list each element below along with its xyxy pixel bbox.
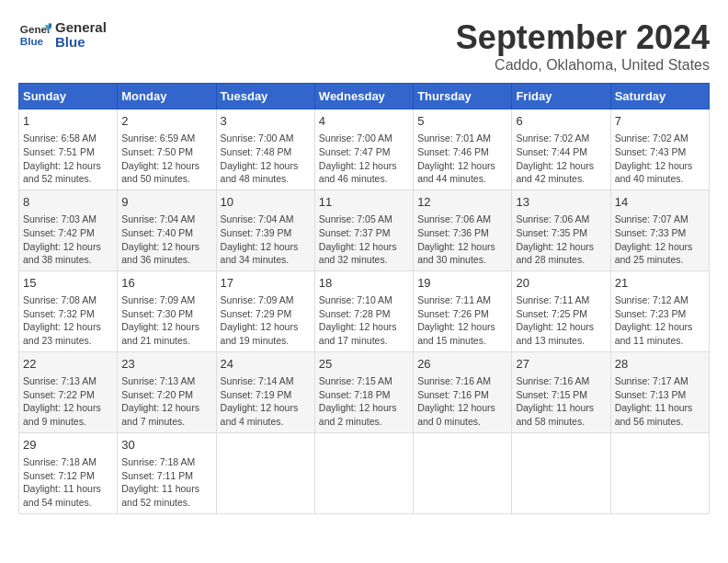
logo: General Blue General Blue xyxy=(18,18,107,52)
day-info: Sunrise: 7:14 AM Sunset: 7:19 PM Dayligh… xyxy=(221,374,311,429)
day-info: Sunrise: 7:11 AM Sunset: 7:26 PM Dayligh… xyxy=(417,293,507,348)
day-number: 15 xyxy=(23,275,113,292)
calendar-cell: 27Sunrise: 7:16 AM Sunset: 7:15 PM Dayli… xyxy=(512,351,610,432)
calendar-cell: 4Sunrise: 7:00 AM Sunset: 7:47 PM Daylig… xyxy=(314,109,413,190)
calendar-cell xyxy=(512,432,610,513)
calendar-cell: 14Sunrise: 7:07 AM Sunset: 7:33 PM Dayli… xyxy=(610,190,709,270)
day-number: 16 xyxy=(121,275,211,292)
calendar-week-row: 29Sunrise: 7:18 AM Sunset: 7:12 PM Dayli… xyxy=(19,432,710,513)
day-number: 20 xyxy=(516,275,606,292)
calendar-week-row: 1Sunrise: 6:58 AM Sunset: 7:51 PM Daylig… xyxy=(19,109,710,190)
day-number: 27 xyxy=(516,356,606,373)
day-info: Sunrise: 7:18 AM Sunset: 7:12 PM Dayligh… xyxy=(23,455,113,510)
day-info: Sunrise: 7:04 AM Sunset: 7:40 PM Dayligh… xyxy=(121,213,211,267)
day-number: 11 xyxy=(319,194,409,211)
day-info: Sunrise: 7:09 AM Sunset: 7:29 PM Dayligh… xyxy=(221,293,311,348)
svg-text:Blue: Blue xyxy=(20,35,44,47)
page-subtitle: Caddo, Oklahoma, United States xyxy=(456,57,710,74)
day-number: 29 xyxy=(23,437,113,454)
day-number: 24 xyxy=(221,356,311,373)
day-info: Sunrise: 7:01 AM Sunset: 7:46 PM Dayligh… xyxy=(417,132,507,186)
day-number: 3 xyxy=(221,113,311,130)
day-number: 23 xyxy=(121,356,211,373)
calendar-cell: 21Sunrise: 7:12 AM Sunset: 7:23 PM Dayli… xyxy=(610,270,709,351)
calendar-header-row: SundayMondayTuesdayWednesdayThursdayFrid… xyxy=(19,84,710,109)
calendar-cell: 22Sunrise: 7:13 AM Sunset: 7:22 PM Dayli… xyxy=(19,351,118,432)
column-header-sunday: Sunday xyxy=(19,84,118,109)
logo-icon: General Blue xyxy=(18,18,51,52)
day-number: 9 xyxy=(121,194,211,211)
day-info: Sunrise: 7:16 AM Sunset: 7:15 PM Dayligh… xyxy=(516,374,606,429)
logo-line1: General xyxy=(55,20,107,36)
day-number: 28 xyxy=(615,356,705,373)
calendar-cell: 19Sunrise: 7:11 AM Sunset: 7:26 PM Dayli… xyxy=(414,270,512,351)
day-info: Sunrise: 7:02 AM Sunset: 7:43 PM Dayligh… xyxy=(615,132,705,186)
day-info: Sunrise: 7:04 AM Sunset: 7:39 PM Dayligh… xyxy=(221,213,311,267)
day-number: 18 xyxy=(319,275,409,292)
column-header-wednesday: Wednesday xyxy=(314,84,413,109)
calendar-cell: 20Sunrise: 7:11 AM Sunset: 7:25 PM Dayli… xyxy=(512,270,610,351)
calendar-week-row: 15Sunrise: 7:08 AM Sunset: 7:32 PM Dayli… xyxy=(19,270,710,351)
svg-text:General: General xyxy=(20,23,51,35)
day-number: 5 xyxy=(417,113,507,130)
day-number: 10 xyxy=(221,194,311,211)
calendar-cell xyxy=(314,432,413,513)
day-info: Sunrise: 7:18 AM Sunset: 7:11 PM Dayligh… xyxy=(121,455,211,510)
calendar-table: SundayMondayTuesdayWednesdayThursdayFrid… xyxy=(18,83,710,514)
day-info: Sunrise: 7:00 AM Sunset: 7:47 PM Dayligh… xyxy=(319,132,409,186)
column-header-thursday: Thursday xyxy=(414,84,512,109)
day-number: 2 xyxy=(121,113,211,130)
calendar-cell: 16Sunrise: 7:09 AM Sunset: 7:30 PM Dayli… xyxy=(118,270,216,351)
day-number: 13 xyxy=(516,194,606,211)
calendar-cell: 12Sunrise: 7:06 AM Sunset: 7:36 PM Dayli… xyxy=(414,190,512,270)
day-info: Sunrise: 7:06 AM Sunset: 7:35 PM Dayligh… xyxy=(516,213,606,267)
day-number: 17 xyxy=(221,275,311,292)
day-number: 4 xyxy=(319,113,409,130)
day-number: 19 xyxy=(417,275,507,292)
day-number: 30 xyxy=(121,437,211,454)
calendar-cell: 15Sunrise: 7:08 AM Sunset: 7:32 PM Dayli… xyxy=(19,270,118,351)
calendar-cell xyxy=(610,432,709,513)
day-info: Sunrise: 6:58 AM Sunset: 7:51 PM Dayligh… xyxy=(23,132,113,186)
page-title: September 2024 xyxy=(456,18,710,57)
day-number: 26 xyxy=(417,356,507,373)
calendar-cell: 29Sunrise: 7:18 AM Sunset: 7:12 PM Dayli… xyxy=(19,432,118,513)
day-info: Sunrise: 7:00 AM Sunset: 7:48 PM Dayligh… xyxy=(221,132,311,186)
calendar-cell: 9Sunrise: 7:04 AM Sunset: 7:40 PM Daylig… xyxy=(118,190,216,270)
column-header-monday: Monday xyxy=(118,84,216,109)
day-info: Sunrise: 7:09 AM Sunset: 7:30 PM Dayligh… xyxy=(121,293,211,348)
calendar-cell: 1Sunrise: 6:58 AM Sunset: 7:51 PM Daylig… xyxy=(19,109,118,190)
day-info: Sunrise: 7:02 AM Sunset: 7:44 PM Dayligh… xyxy=(516,132,606,186)
day-number: 21 xyxy=(615,275,705,292)
day-number: 7 xyxy=(615,113,705,130)
calendar-cell: 24Sunrise: 7:14 AM Sunset: 7:19 PM Dayli… xyxy=(216,351,314,432)
calendar-cell: 10Sunrise: 7:04 AM Sunset: 7:39 PM Dayli… xyxy=(216,190,314,270)
calendar-cell: 25Sunrise: 7:15 AM Sunset: 7:18 PM Dayli… xyxy=(314,351,413,432)
calendar-cell: 7Sunrise: 7:02 AM Sunset: 7:43 PM Daylig… xyxy=(610,109,709,190)
day-number: 12 xyxy=(417,194,507,211)
day-info: Sunrise: 7:16 AM Sunset: 7:16 PM Dayligh… xyxy=(417,374,507,429)
day-info: Sunrise: 7:13 AM Sunset: 7:20 PM Dayligh… xyxy=(121,374,211,429)
day-number: 6 xyxy=(516,113,606,130)
calendar-cell xyxy=(414,432,512,513)
page-header: General Blue General Blue September 2024… xyxy=(18,18,710,74)
logo-line2: Blue xyxy=(55,35,107,51)
calendar-week-row: 22Sunrise: 7:13 AM Sunset: 7:22 PM Dayli… xyxy=(19,351,710,432)
title-block: September 2024 Caddo, Oklahoma, United S… xyxy=(456,18,710,74)
calendar-cell: 5Sunrise: 7:01 AM Sunset: 7:46 PM Daylig… xyxy=(414,109,512,190)
calendar-cell xyxy=(216,432,314,513)
day-number: 8 xyxy=(23,194,113,211)
day-info: Sunrise: 7:17 AM Sunset: 7:13 PM Dayligh… xyxy=(615,374,705,429)
calendar-cell: 17Sunrise: 7:09 AM Sunset: 7:29 PM Dayli… xyxy=(216,270,314,351)
day-info: Sunrise: 7:15 AM Sunset: 7:18 PM Dayligh… xyxy=(319,374,409,429)
day-info: Sunrise: 7:06 AM Sunset: 7:36 PM Dayligh… xyxy=(417,213,507,267)
day-info: Sunrise: 7:08 AM Sunset: 7:32 PM Dayligh… xyxy=(23,293,113,348)
day-number: 25 xyxy=(319,356,409,373)
calendar-cell: 3Sunrise: 7:00 AM Sunset: 7:48 PM Daylig… xyxy=(216,109,314,190)
day-info: Sunrise: 7:07 AM Sunset: 7:33 PM Dayligh… xyxy=(615,213,705,267)
calendar-cell: 30Sunrise: 7:18 AM Sunset: 7:11 PM Dayli… xyxy=(118,432,216,513)
calendar-cell: 28Sunrise: 7:17 AM Sunset: 7:13 PM Dayli… xyxy=(610,351,709,432)
day-number: 22 xyxy=(23,356,113,373)
calendar-week-row: 8Sunrise: 7:03 AM Sunset: 7:42 PM Daylig… xyxy=(19,190,710,270)
calendar-cell: 13Sunrise: 7:06 AM Sunset: 7:35 PM Dayli… xyxy=(512,190,610,270)
